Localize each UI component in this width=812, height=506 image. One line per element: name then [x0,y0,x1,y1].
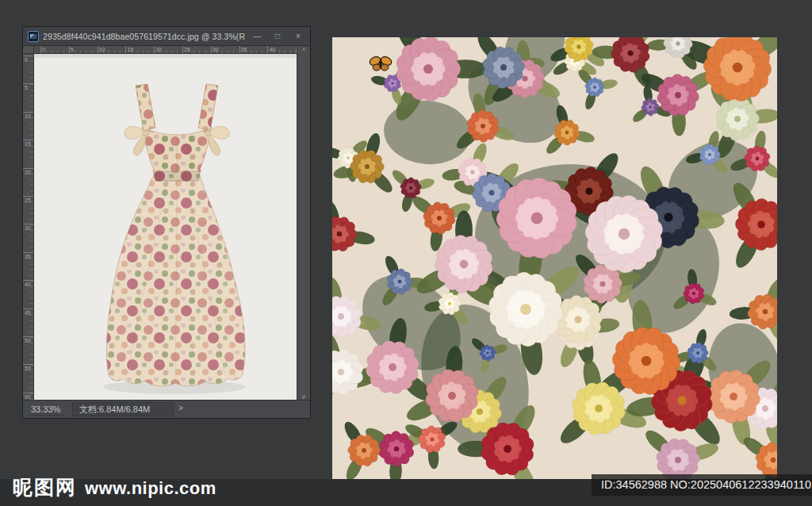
status-bar: 33.33% 文档:6.84M/6.84M > [23,400,310,418]
scroll-up-button[interactable]: ^ [297,46,310,56]
v-ruler-label: 60 [25,394,31,400]
window-titlebar[interactable]: 2935d8f440c941d8bae057619571dcc.jpg @ 33… [23,27,310,46]
vertical-scrollbar[interactable]: ^ v [297,46,310,401]
v-ruler-label: 20 [25,170,31,175]
close-button[interactable]: × [289,30,307,43]
h-ruler-label: 10 [99,46,105,53]
h-ruler-label: 15 [127,46,133,53]
v-ruler-label: 15 [25,141,31,147]
window-title: 2935d8f440c941d8bae057619571dcc.jpg @ 33… [43,32,245,41]
h-ruler-label: 40 [269,46,275,53]
v-ruler-label: 25 [25,197,31,203]
status-expand-arrow[interactable]: > [178,404,183,412]
minimize-button[interactable]: — [248,30,266,43]
file-type-icon [28,31,39,42]
v-ruler-label: 5 [25,85,31,90]
document-info[interactable]: 文档:6.84M/6.84M [72,402,174,416]
v-ruler-label: 55 [25,366,31,371]
v-ruler-label: 40 [25,282,31,287]
h-ruler-label: 30 [213,46,219,53]
zoom-level-field[interactable]: 33.33% [28,404,63,416]
image-id-badge: ID:34562988 NO:20250406122339401101 [592,474,812,496]
vertical-ruler[interactable]: 051015202530354045505560 [23,54,34,401]
ruler-corner [23,46,34,54]
v-ruler-label: 45 [25,310,31,316]
v-ruler-label: 35 [25,254,31,259]
h-ruler-label: 25 [184,46,190,53]
document-canvas[interactable] [34,54,298,401]
v-ruler-label: 50 [25,338,31,343]
dress-image [34,54,298,401]
v-ruler-label: 10 [25,113,31,119]
watermark-logo: 昵图网 [13,474,77,500]
watermark-url: www.nipic.com [85,478,216,499]
photoshop-document-window: 2935d8f440c941d8bae057619571dcc.jpg @ 33… [22,26,311,419]
h-ruler-label: 0 [42,46,45,53]
horizontal-ruler[interactable]: 051015202530354045 [34,46,298,54]
maximize-button[interactable]: □ [269,30,286,43]
h-ruler-label: 20 [155,46,162,53]
v-ruler-label: 0 [25,57,31,63]
floral-pattern-image [332,37,777,480]
site-watermark: 昵图网 www.nipic.com [13,474,216,500]
h-ruler-label: 35 [241,46,247,53]
h-ruler-label: 5 [71,46,74,53]
v-ruler-label: 30 [25,225,31,231]
